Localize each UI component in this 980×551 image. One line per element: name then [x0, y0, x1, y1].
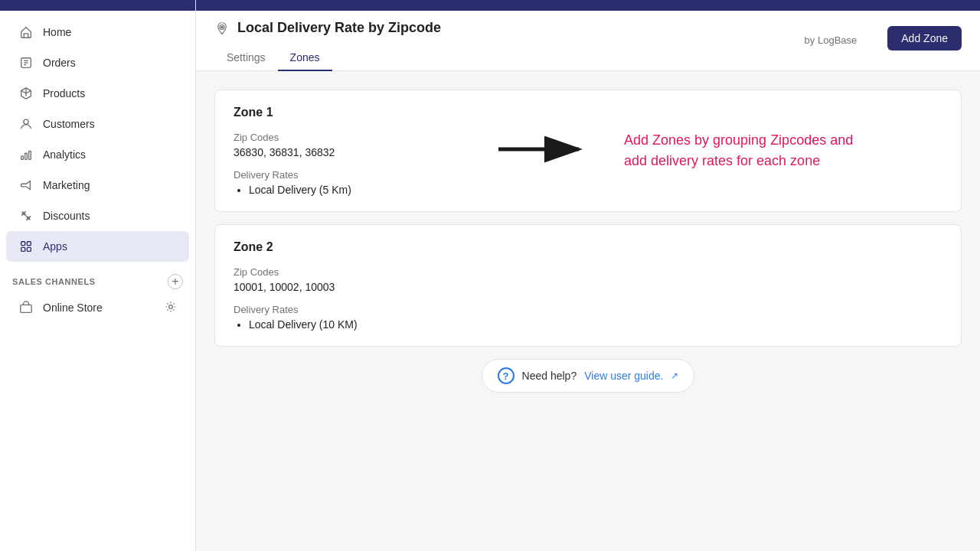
- discounts-icon: [18, 208, 34, 223]
- sales-channels-section: SALES CHANNELS +: [0, 268, 195, 292]
- sales-channels-label: SALES CHANNELS: [12, 277, 96, 286]
- zone-1-card: Zone 1 Zip Codes 36830, 36831, 36832 Del…: [214, 90, 962, 212]
- analytics-icon: [18, 147, 34, 162]
- svg-point-17: [221, 26, 223, 28]
- sidebar: Home Orders Products: [0, 0, 196, 551]
- help-icon: ?: [498, 367, 514, 384]
- sidebar-item-products[interactable]: Products: [6, 78, 189, 109]
- tab-zones[interactable]: Zones: [278, 45, 332, 71]
- callout-text: Add Zones by grouping Zipcodes and add d…: [624, 130, 869, 171]
- orders-icon: [18, 55, 34, 70]
- page-title: Local Delivery Rate by Zipcode: [237, 20, 441, 36]
- by-logbase-label: by LogBase: [805, 31, 858, 46]
- zone-1-delivery-list: Local Delivery (5 Km): [234, 184, 942, 196]
- svg-rect-13: [27, 247, 31, 251]
- tab-settings[interactable]: Settings: [214, 45, 278, 71]
- svg-rect-12: [21, 247, 25, 251]
- zone-2-title: Zone 2: [234, 240, 942, 254]
- svg-point-4: [24, 119, 28, 124]
- customers-icon: [18, 116, 34, 132]
- sidebar-item-label: Discounts: [43, 210, 90, 222]
- tabs: Settings Zones: [214, 45, 441, 70]
- svg-rect-6: [25, 153, 28, 159]
- settings-cog-icon[interactable]: [165, 301, 177, 315]
- svg-rect-10: [21, 242, 25, 246]
- sidebar-top-bar: [0, 0, 195, 11]
- zone-1-delivery-item: Local Delivery (5 Km): [249, 184, 942, 196]
- zone-2-zip-codes-label: Zip Codes: [234, 266, 942, 278]
- header-right: by LogBase Add Zone: [805, 20, 962, 57]
- sidebar-item-customers[interactable]: Customers: [6, 109, 189, 139]
- marketing-icon: [18, 178, 34, 193]
- external-link-icon: ↗: [671, 370, 678, 381]
- zone-1-title: Zone 1: [234, 106, 942, 119]
- svg-point-15: [169, 305, 173, 308]
- zone-2-delivery-item: Local Delivery (10 KM): [249, 318, 942, 331]
- products-icon: [18, 86, 34, 101]
- add-zone-button[interactable]: Add Zone: [887, 26, 962, 51]
- sidebar-item-marketing[interactable]: Marketing: [6, 170, 189, 201]
- sidebar-item-label: Products: [43, 87, 85, 99]
- svg-rect-5: [21, 156, 24, 160]
- sidebar-item-apps[interactable]: Apps: [6, 231, 189, 262]
- help-pill: ? Need help? View user guide. ↗: [482, 359, 695, 393]
- view-user-guide-link[interactable]: View user guide.: [584, 370, 663, 382]
- home-icon: [18, 24, 34, 40]
- sidebar-item-label: Apps: [43, 240, 67, 253]
- zone-2-zip-codes-value: 10001, 10002, 10003: [234, 281, 942, 293]
- sidebar-item-discounts[interactable]: Discounts: [6, 201, 189, 231]
- help-text: Need help?: [522, 370, 577, 382]
- online-store-label: Online Store: [43, 302, 103, 314]
- sidebar-item-label: Orders: [43, 57, 76, 69]
- add-channel-button[interactable]: +: [168, 274, 183, 289]
- svg-rect-14: [21, 305, 31, 312]
- help-bar: ? Need help? View user guide. ↗: [214, 359, 962, 393]
- online-store-icon: [18, 300, 34, 315]
- sidebar-item-home[interactable]: Home: [6, 17, 189, 47]
- zone-2-delivery-list: Local Delivery (10 KM): [234, 318, 942, 331]
- sidebar-navigation: Home Orders Products: [0, 11, 195, 329]
- main-content: Local Delivery Rate by Zipcode Settings …: [196, 0, 980, 551]
- main-top-bar: [196, 0, 980, 11]
- sidebar-item-online-store[interactable]: Online Store: [6, 292, 189, 323]
- sidebar-item-label: Home: [43, 26, 71, 38]
- zone-2-delivery-rates-label: Delivery Rates: [234, 304, 942, 315]
- page-title-row: Local Delivery Rate by Zipcode: [214, 20, 441, 36]
- sidebar-item-label: Analytics: [43, 148, 86, 161]
- page-header-left: Local Delivery Rate by Zipcode Settings …: [214, 20, 441, 70]
- sidebar-item-orders[interactable]: Orders: [6, 47, 189, 78]
- apps-icon: [18, 239, 34, 254]
- svg-rect-7: [29, 152, 31, 160]
- sidebar-item-label: Customers: [43, 118, 95, 130]
- content-area: Zone 1 Zip Codes 36830, 36831, 36832 Del…: [196, 71, 980, 551]
- zone-2-card: Zone 2 Zip Codes 10001, 10002, 10003 Del…: [214, 224, 962, 347]
- arrow-decoration: [498, 134, 590, 168]
- sidebar-item-analytics[interactable]: Analytics: [6, 139, 189, 170]
- delivery-app-icon: [214, 21, 230, 36]
- sidebar-item-label: Marketing: [43, 179, 90, 191]
- svg-rect-11: [27, 242, 31, 246]
- page-header: Local Delivery Rate by Zipcode Settings …: [196, 11, 980, 71]
